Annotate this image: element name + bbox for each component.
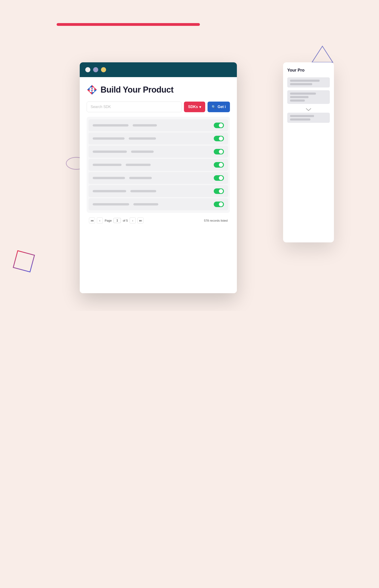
list-item bbox=[89, 198, 228, 210]
page-label: Page bbox=[105, 219, 112, 222]
row-bar-short bbox=[133, 203, 158, 206]
app-header: Build Your Product bbox=[87, 85, 230, 95]
browser-titlebar bbox=[80, 62, 237, 77]
first-page-button[interactable]: ⏮ bbox=[89, 218, 95, 223]
toggle-switch[interactable] bbox=[214, 175, 224, 181]
row-content bbox=[93, 137, 214, 140]
right-panel: Your Pro bbox=[283, 62, 334, 242]
row-bar-short bbox=[133, 124, 157, 127]
row-content bbox=[93, 164, 214, 166]
svg-marker-6 bbox=[87, 90, 90, 92]
svg-marker-3 bbox=[92, 85, 95, 88]
row-content bbox=[93, 150, 214, 153]
window-dot-maximize[interactable] bbox=[101, 67, 106, 72]
pagination: ⏮ ‹ Page of 5 › ⏭ 578 records listed bbox=[87, 216, 230, 225]
rp-block-2 bbox=[287, 90, 330, 104]
rp-bar bbox=[290, 96, 309, 98]
next-page-icon: › bbox=[132, 219, 133, 222]
bottom-section bbox=[0, 311, 379, 588]
toggle-switch[interactable] bbox=[214, 149, 224, 154]
last-page-icon: ⏭ bbox=[139, 219, 142, 222]
rp-bar bbox=[290, 115, 314, 117]
app-logo bbox=[87, 85, 97, 95]
row-bar-short bbox=[129, 137, 156, 140]
svg-marker-7 bbox=[94, 87, 97, 90]
decorative-square bbox=[12, 249, 37, 276]
search-icon: 🔍 bbox=[212, 105, 216, 109]
rp-block-1 bbox=[287, 77, 330, 88]
prev-page-icon: ‹ bbox=[99, 219, 100, 222]
row-bar-long bbox=[93, 190, 126, 192]
row-content bbox=[93, 124, 214, 127]
svg-marker-5 bbox=[87, 87, 90, 90]
records-count: 578 records listed bbox=[204, 219, 228, 222]
rp-bar bbox=[290, 83, 312, 85]
list-item bbox=[89, 146, 228, 158]
row-bar-long bbox=[93, 124, 128, 127]
get-it-button[interactable]: 🔍 Get i bbox=[207, 102, 230, 112]
toggle-switch[interactable] bbox=[214, 202, 224, 207]
list-item bbox=[89, 132, 228, 145]
row-bar-long bbox=[93, 203, 129, 206]
rp-bar bbox=[290, 80, 320, 82]
toggle-switch[interactable] bbox=[214, 188, 224, 194]
row-bar-long bbox=[93, 137, 125, 140]
rp-bar bbox=[290, 100, 305, 102]
window-dot-minimize[interactable] bbox=[93, 67, 98, 72]
toggle-switch[interactable] bbox=[214, 136, 224, 141]
next-page-button[interactable]: › bbox=[130, 218, 136, 223]
svg-marker-9 bbox=[92, 92, 95, 95]
svg-marker-0 bbox=[312, 46, 333, 62]
rp-bar bbox=[290, 118, 310, 120]
row-bar-long bbox=[93, 164, 122, 166]
svg-marker-4 bbox=[89, 85, 92, 88]
row-content bbox=[93, 177, 214, 179]
row-bar-short bbox=[131, 150, 154, 153]
chevron-down-icon: ▾ bbox=[199, 105, 201, 109]
svg-marker-10 bbox=[89, 92, 92, 95]
svg-rect-2 bbox=[13, 251, 34, 272]
list-item bbox=[89, 119, 228, 131]
last-page-button[interactable]: ⏭ bbox=[138, 218, 143, 223]
browser-content: Build Your Product Search SDK SDKs ▾ 🔍 G… bbox=[80, 77, 237, 293]
page-of-total: of 5 bbox=[123, 219, 128, 222]
row-bar-short bbox=[129, 177, 152, 179]
app-title: Build Your Product bbox=[100, 85, 174, 95]
chevron-down-icon bbox=[287, 107, 330, 113]
row-bar-short bbox=[126, 164, 151, 166]
window-dot-close[interactable] bbox=[85, 67, 90, 72]
row-content bbox=[93, 190, 214, 192]
sdks-button[interactable]: SDKs ▾ bbox=[184, 102, 205, 112]
browser-window: Build Your Product Search SDK SDKs ▾ 🔍 G… bbox=[80, 62, 237, 293]
row-bar-long bbox=[93, 177, 125, 179]
toggle-switch[interactable] bbox=[214, 162, 224, 168]
page-input[interactable] bbox=[113, 218, 121, 223]
list-item bbox=[89, 159, 228, 171]
list-item bbox=[89, 172, 228, 184]
search-input-wrapper[interactable]: Search SDK bbox=[87, 102, 182, 112]
rp-block-3 bbox=[287, 113, 330, 123]
list-item bbox=[89, 185, 228, 197]
right-panel-title: Your Pro bbox=[287, 68, 330, 73]
search-placeholder: Search SDK bbox=[91, 105, 111, 109]
rp-bar bbox=[290, 93, 316, 95]
main-panel bbox=[87, 117, 230, 213]
svg-marker-8 bbox=[94, 90, 97, 92]
row-bar-short bbox=[130, 190, 156, 192]
decorative-red-bar bbox=[57, 23, 200, 26]
prev-page-button[interactable]: ‹ bbox=[97, 218, 103, 223]
toggle-switch[interactable] bbox=[214, 123, 224, 128]
first-page-icon: ⏮ bbox=[91, 219, 94, 222]
row-bar-long bbox=[93, 150, 127, 153]
search-area: Search SDK SDKs ▾ 🔍 Get i bbox=[87, 102, 230, 112]
row-content bbox=[93, 203, 214, 206]
